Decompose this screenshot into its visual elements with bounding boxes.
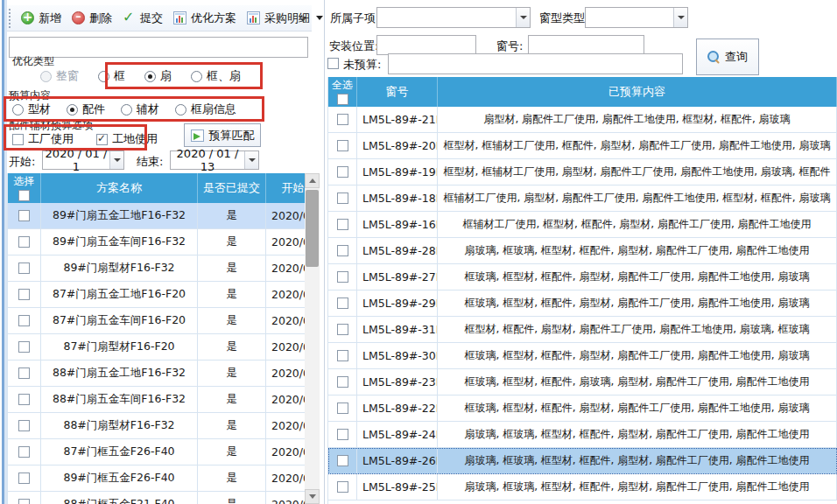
table-row[interactable]: LM5L-89#-27F25 框玻璃, 框型材, 框配件, 扇型材, 扇配件工厂… [328,264,837,290]
select-column-header[interactable]: 选择 [8,173,41,203]
window-type-select[interactable] [585,7,688,28]
table-row[interactable]: 89#门框五金F26-F40 是 2020/0 [8,466,320,492]
chevron-down-icon[interactable] [109,151,123,169]
start-date-picker[interactable]: 2020 / 01 / 1 [42,150,124,170]
sub-item-select[interactable] [376,7,531,28]
row-checkbox[interactable] [337,140,348,151]
toolbar-overflow-button[interactable] [297,11,308,26]
chevron-down-icon[interactable] [673,8,687,27]
table-row[interactable]: 88#门扇型材F16-F32 是 2020/0 [8,413,320,439]
row-select-cell[interactable] [328,107,357,133]
chevron-down-icon[interactable] [244,151,258,169]
row-checkbox[interactable] [18,420,30,431]
submitted-column-header[interactable]: 是否已提交 [198,173,266,203]
table-row[interactable]: LM5L-89#-28F26 扇玻璃, 框玻璃, 框型材, 框配件, 扇型材, … [328,238,837,264]
row-select-cell[interactable] [8,229,41,256]
select-all-checkbox[interactable] [18,190,30,201]
table-row[interactable]: LM5L-89#-22F20 框玻璃, 框型材, 框配件, 扇型材, 扇配件工厂… [328,396,837,422]
row-select-cell[interactable] [328,186,357,212]
table-row[interactable]: LM5L-89#-23F21 框玻璃, 框型材, 框配件, 扇玻璃, 扇型材, … [328,369,837,396]
row-checkbox[interactable] [18,368,30,379]
plan-name-column-header[interactable]: 方案名称 [41,173,198,203]
table-row[interactable]: 88#门扇五金车间F16-F32 是 2020/0 [8,387,320,413]
row-checkbox[interactable] [337,271,348,283]
toolbar-button[interactable]: 新增 [16,8,67,29]
table-row[interactable]: 87#门扇五金工地F16-F20 是 2020/0 [8,282,320,308]
row-select-cell[interactable] [328,396,357,422]
toolbar-grip[interactable] [9,9,11,28]
select-all-column-header[interactable]: 全选 [328,77,357,107]
table-row[interactable]: LM5L-89#-30F28 框玻璃, 框型材, 框配件, 扇型材, 扇配件工厂… [328,343,837,369]
toolbar-button[interactable]: 提交 [117,8,168,29]
row-select-cell[interactable] [8,492,41,504]
plan-table-scrollbar[interactable] [305,173,320,504]
row-checkbox[interactable] [337,402,348,414]
no-budget-checkbox[interactable] [327,58,339,69]
row-select-cell[interactable] [328,159,357,186]
row-checkbox[interactable] [18,315,30,326]
row-checkbox[interactable] [337,455,348,466]
row-select-cell[interactable] [328,448,357,474]
row-checkbox[interactable] [18,289,30,300]
row-select-cell[interactable] [328,474,357,500]
row-checkbox[interactable] [18,236,30,248]
query-button[interactable]: 查询 [696,38,759,75]
row-select-cell[interactable] [8,387,41,413]
row-checkbox[interactable] [18,472,30,484]
checkbox-option[interactable]: 工地使用 [96,131,158,147]
row-checkbox[interactable] [18,499,30,504]
table-row[interactable]: LM5L-89#-16F15 框辅材工厂使用, 框型材, 框配件, 扇型材, 扇… [328,212,837,238]
row-select-cell[interactable] [8,256,41,282]
row-select-cell[interactable] [328,317,357,343]
row-checkbox[interactable] [18,394,30,405]
row-select-cell[interactable] [8,413,41,439]
row-checkbox[interactable] [337,166,348,178]
row-select-cell[interactable] [328,343,357,369]
scroll-up-icon[interactable] [305,173,320,188]
row-checkbox[interactable] [337,429,348,440]
table-row[interactable]: LM5L-89#-26F24 扇玻璃, 框玻璃, 框型材, 框配件, 扇型材, … [328,448,837,474]
row-select-cell[interactable] [328,290,357,317]
budgeted-content-column-header[interactable]: 已预算内容 [438,77,837,107]
table-row[interactable]: LM5L-89#-29F27 框玻璃, 框型材, 框配件, 扇型材, 扇配件工厂… [328,290,837,317]
table-row[interactable]: 89#门扇型材F16-F32 是 2020/0 [8,256,320,282]
panel-splitter[interactable] [324,0,325,504]
radio-option[interactable]: 扇 [144,68,172,84]
row-select-cell[interactable] [328,133,357,159]
row-select-cell[interactable] [8,439,41,466]
row-select-cell[interactable] [8,203,41,229]
row-checkbox[interactable] [18,210,30,221]
row-checkbox[interactable] [337,376,348,388]
row-select-cell[interactable] [328,238,357,264]
table-row[interactable]: 88#门框五金F21-F40 是 2020/0 [8,492,320,504]
scrollbar-thumb[interactable] [306,190,319,267]
row-checkbox[interactable] [337,298,348,309]
end-date-picker[interactable]: 2020 / 01 / 13 [170,150,259,170]
radio-option[interactable]: 框扇信息 [175,102,236,117]
row-checkbox[interactable] [18,446,30,458]
table-row[interactable]: LM5L-89#-20F18 框型材, 框辅材工厂使用, 框配件, 扇型材, 扇… [328,133,837,159]
row-select-cell[interactable] [8,282,41,308]
table-row[interactable]: LM5L-89#-21F19 扇型材, 扇配件工厂使用, 扇配件工地使用, 框型… [328,107,837,133]
checkbox-option[interactable]: 工厂使用 [12,131,74,147]
row-checkbox[interactable] [337,192,348,204]
table-row[interactable]: 87#门扇型材F16-F20 是 2020/0 [8,334,320,360]
radio-option[interactable]: 整窗 [40,68,79,84]
table-row[interactable]: 88#门扇五金工地F16-F32 是 2020/0 [8,360,320,387]
radio-option[interactable]: 型材 [12,102,51,117]
row-select-cell[interactable] [8,308,41,334]
row-select-cell[interactable] [8,334,41,360]
row-checkbox[interactable] [337,245,348,256]
window-no-column-header[interactable]: 窗号 [357,77,438,107]
row-checkbox[interactable] [337,350,348,361]
row-checkbox[interactable] [18,262,30,274]
radio-option[interactable]: 配件 [67,102,105,117]
row-checkbox[interactable] [337,114,348,125]
row-select-cell[interactable] [328,264,357,290]
table-row[interactable]: 87#门扇五金车间F16-F20 是 2020/0 [8,308,320,334]
radio-option[interactable]: 框、扇 [191,68,241,84]
radio-option[interactable]: 辅材 [121,102,159,117]
row-checkbox[interactable] [337,324,348,335]
budget-match-button[interactable]: 预算匹配 [184,123,261,147]
row-select-cell[interactable] [8,360,41,387]
